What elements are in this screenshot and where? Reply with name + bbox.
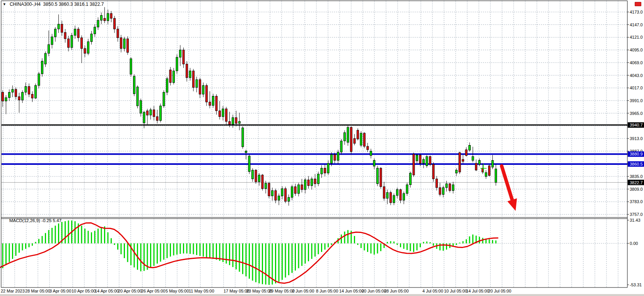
trading-chart-window: 4173.04147.04121.04095.04069.04043.04017…	[0, 0, 644, 296]
candle-body	[166, 79, 168, 92]
time-tick-label: 11 May 05:00	[189, 289, 214, 293]
candle-body	[390, 193, 392, 203]
candle-body	[74, 29, 76, 35]
price-tick-label: 3757.0	[630, 212, 643, 217]
chart-ohlc-title: CHINA300-,H4 3850.5 3860.3 3816.1 3822.7	[10, 2, 104, 7]
candle-body	[456, 170, 458, 173]
candle-body	[160, 106, 162, 121]
candle-body	[120, 38, 122, 49]
candle-body	[331, 154, 333, 163]
candle-body	[373, 161, 375, 166]
price-tick-label: 4095.0	[630, 48, 643, 52]
candle-body	[288, 197, 290, 201]
candle-body	[28, 86, 30, 94]
price-level-badge: 3822.7	[628, 180, 644, 185]
candle-body	[196, 80, 198, 87]
candle-body	[133, 76, 135, 94]
candle-body	[478, 161, 480, 164]
candle-body	[298, 185, 300, 193]
candle-body	[327, 163, 329, 173]
candle-body	[51, 37, 53, 44]
time-tick-label: 14 Jun 05:00	[339, 289, 364, 293]
price-tick-label: 3991.0	[630, 98, 643, 103]
candle-body	[324, 168, 326, 173]
macd-indicator-label: MACD(12,26,9) -0.25 5.47	[9, 218, 61, 223]
candle-body	[77, 29, 79, 38]
candle-body	[489, 166, 490, 175]
candle-body	[377, 168, 379, 184]
candle-body	[334, 154, 336, 160]
candle-body	[386, 193, 388, 198]
candle-body	[147, 111, 149, 115]
time-tick-label: 4 Jul 05:00	[422, 289, 443, 293]
candle-body	[189, 71, 191, 78]
candle-body	[485, 173, 487, 176]
time-tick-label: 28 Jun 05:00	[384, 289, 409, 293]
candle-body	[239, 121, 241, 123]
candle-body	[364, 133, 366, 146]
candle-body	[344, 133, 346, 141]
candle-body	[9, 92, 10, 98]
candle-body	[31, 94, 33, 98]
candle-body	[380, 168, 382, 187]
candle-body	[242, 128, 244, 147]
candle-body	[38, 74, 40, 86]
candle-body	[222, 109, 224, 116]
candle-body	[318, 174, 319, 184]
candle-body	[68, 39, 70, 48]
candle-body	[140, 101, 142, 113]
candle-body	[304, 180, 306, 190]
time-tick-label: 3 Apr 05:00	[50, 289, 71, 293]
chart-canvas[interactable]: 4173.04147.04121.04095.04069.04043.04017…	[0, 0, 644, 296]
candle-body	[71, 35, 73, 47]
price-level-badge: 3940.7	[628, 122, 644, 128]
alert-icon[interactable]	[635, 2, 641, 6]
candle-body	[248, 156, 250, 171]
candle-body	[97, 20, 99, 27]
candle-body	[55, 29, 56, 37]
candle-body	[370, 151, 372, 156]
candle-body	[153, 110, 155, 117]
candle-body	[202, 86, 204, 94]
candle-body	[416, 155, 418, 161]
candle-body	[393, 195, 395, 203]
candle-body	[442, 188, 444, 195]
candle-body	[107, 14, 109, 21]
price-tick-label: 4147.0	[630, 22, 643, 27]
macd-tick-label: 0.00	[630, 241, 638, 246]
candle-body	[419, 155, 421, 163]
price-tick-label: 3783.0	[630, 199, 643, 204]
candle-body	[403, 193, 405, 200]
candle-body	[156, 116, 158, 120]
price-tick-label: 3965.0	[630, 111, 643, 116]
candle-body	[475, 163, 477, 170]
price-tick-label: 4121.0	[630, 35, 643, 39]
candle-body	[44, 53, 46, 64]
time-tick-label: 2 Jun 05:00	[292, 289, 314, 293]
candle-body	[367, 146, 369, 150]
time-tick-label: 20 Jul 05:00	[488, 289, 511, 293]
candle-body	[429, 157, 431, 164]
candle-body	[311, 179, 313, 186]
candle-body	[123, 39, 125, 48]
candle-body	[426, 157, 428, 166]
symbol-dropdown-icon[interactable]: ▼	[3, 3, 6, 6]
time-tick-label: 20 Jun 05:00	[362, 289, 386, 293]
candle-body	[452, 185, 454, 190]
candle-body	[258, 175, 260, 182]
svg-text:3822.7: 3822.7	[630, 180, 643, 185]
candle-body	[101, 15, 102, 21]
candle-body	[58, 24, 60, 29]
candle-body	[15, 89, 17, 97]
time-tick-label: 14 Jul 05:00	[466, 289, 489, 293]
candle-body	[84, 48, 86, 53]
candle-body	[186, 64, 188, 78]
candle-body	[285, 189, 287, 202]
price-tick-label: 4069.0	[630, 60, 643, 65]
time-axis[interactable]: 22 Mar 202328 Mar 05:003 Apr 05:0010 Apr…	[1, 289, 511, 293]
candle-body	[22, 92, 24, 100]
price-tick-label: 3835.0	[630, 174, 643, 179]
candle-body	[400, 190, 401, 200]
price-level-badge: 3880.9	[628, 151, 644, 157]
candle-body	[495, 169, 497, 183]
